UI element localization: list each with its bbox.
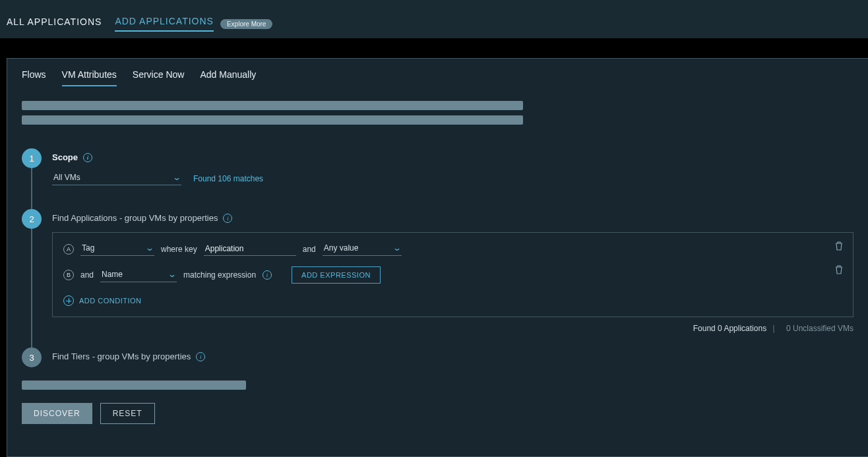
chevron-down-icon: ⌄ — [172, 173, 181, 182]
attr-dropdown[interactable]: Name ⌄ — [100, 268, 177, 282]
step-3-title: Find Tiers - group VMs by properties — [52, 351, 191, 361]
subtab-flows[interactable]: Flows — [22, 69, 46, 86]
conditions-box: A Tag ⌄ where key and Any value ⌄ — [52, 232, 853, 317]
row-letter-b: B — [63, 270, 74, 280]
chevron-down-icon: ⌄ — [392, 243, 402, 253]
key-input[interactable] — [204, 243, 296, 256]
scope-matches-link[interactable]: Found 106 matches — [193, 174, 263, 183]
info-icon[interactable]: i — [223, 214, 232, 223]
scope-dropdown-value: All VMs — [53, 173, 80, 182]
add-condition-button[interactable]: ADD CONDITION — [63, 295, 842, 306]
add-expression-button[interactable]: ADD EXPRESSION — [292, 266, 381, 284]
label-and: and — [303, 245, 316, 254]
row-letter-a: A — [63, 244, 74, 255]
placeholder-bar — [22, 101, 523, 110]
plus-circle-icon — [63, 295, 74, 306]
subtab-vm-attributes[interactable]: VM Attributes — [62, 69, 117, 86]
trash-icon[interactable] — [834, 264, 844, 275]
explore-more-badge[interactable]: Explore More — [220, 19, 272, 29]
subtabs: Flows VM Attributes Service Now Add Manu… — [22, 69, 853, 86]
step-badge-3: 3 — [22, 348, 42, 367]
scope-dropdown[interactable]: All VMs ⌄ — [52, 171, 181, 185]
page-header: ALL APPLICATIONS ADD APPLICATIONS Explor… — [0, 7, 868, 38]
label-matching-expression: matching expression — [183, 270, 256, 280]
placeholder-bar — [22, 381, 246, 390]
tab-add-applications[interactable]: ADD APPLICATIONS — [115, 16, 214, 32]
placeholder-bar — [22, 115, 523, 125]
step-2-title: Find Applications - group VMs by propert… — [52, 213, 218, 223]
chevron-down-icon: ⌄ — [145, 243, 154, 253]
step-1-title: Scope — [52, 152, 78, 162]
trash-icon[interactable] — [834, 241, 844, 251]
info-icon[interactable]: i — [83, 153, 92, 162]
found-summary: Found 0 Applications | 0 Unclassified VM… — [52, 324, 853, 333]
found-applications-text: Found 0 Applications — [693, 324, 766, 333]
subtab-add-manually[interactable]: Add Manually — [200, 69, 256, 86]
discover-button[interactable]: DISCOVER — [22, 403, 92, 424]
unclassified-vms-text: 0 Unclassified VMs — [786, 324, 853, 333]
reset-button[interactable]: RESET — [100, 403, 155, 424]
condition-row-b: B and Name ⌄ matching expression i ADD E… — [63, 266, 842, 284]
label-and: and — [80, 270, 94, 280]
condition-row-a: A Tag ⌄ where key and Any value ⌄ — [63, 242, 842, 256]
chevron-down-icon: ⌄ — [168, 270, 177, 279]
info-icon[interactable]: i — [196, 352, 205, 361]
main-panel: Flows VM Attributes Service Now Add Manu… — [7, 58, 868, 457]
label-where-key: where key — [161, 245, 197, 254]
step-badge-1: 1 — [22, 148, 42, 168]
value-dropdown[interactable]: Any value ⌄ — [323, 242, 402, 256]
info-icon[interactable]: i — [263, 270, 272, 280]
step-badge-2: 2 — [22, 209, 42, 229]
subtab-service-now[interactable]: Service Now — [133, 69, 185, 86]
attr-dropdown[interactable]: Tag ⌄ — [80, 242, 154, 256]
tab-all-applications[interactable]: ALL APPLICATIONS — [7, 16, 102, 31]
